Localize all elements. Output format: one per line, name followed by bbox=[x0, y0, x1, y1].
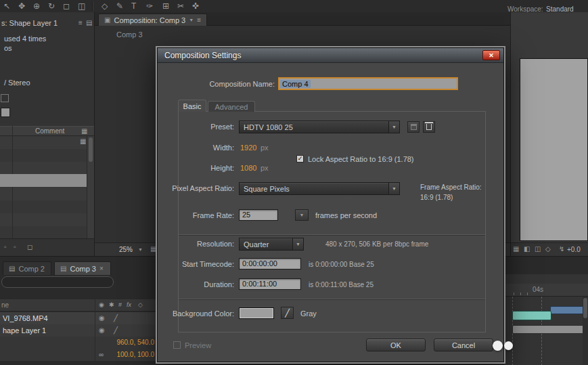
tab-menu-icon[interactable]: ≡ bbox=[197, 17, 201, 24]
hand-tool-icon[interactable]: ✥ bbox=[18, 2, 25, 10]
save-preset-button[interactable] bbox=[407, 121, 420, 133]
width-label: Width: bbox=[168, 144, 234, 152]
diamond-icon[interactable]: ◇ bbox=[545, 246, 551, 253]
close-button[interactable]: ✕ bbox=[482, 50, 500, 60]
layer-name[interactable]: VI_9768.MP4 bbox=[3, 314, 48, 322]
tab-dropdown-icon[interactable]: ▼ bbox=[189, 18, 194, 22]
frame-aspect-label: Frame Aspect Ratio: bbox=[420, 184, 482, 191]
layer-name-column-partial[interactable]: ne bbox=[1, 301, 9, 309]
menu-icon[interactable]: ≡ bbox=[78, 20, 83, 26]
start-timecode-info: is 0:00:00:00 Base 25 bbox=[309, 261, 374, 268]
frame-rate-dropdown-button[interactable]: ▼ bbox=[295, 209, 309, 221]
project-panel-footer: ▫ ▫ ◻ bbox=[0, 238, 94, 256]
duration-input[interactable]: 0:00:11:00 bbox=[239, 278, 301, 290]
time-ruler[interactable]: 04s bbox=[504, 284, 588, 297]
selected-item-label[interactable]: s: Shape Layer 1 bbox=[1, 19, 58, 27]
type-tool-icon[interactable]: T bbox=[131, 2, 136, 10]
chevron-down-icon: ▼ bbox=[292, 238, 303, 250]
pen-tool-icon[interactable]: ✎ bbox=[116, 2, 123, 10]
preset-label: Preset: bbox=[168, 123, 234, 131]
ok-button[interactable]: OK bbox=[366, 339, 426, 351]
dialog-titlebar[interactable]: Composition Settings ✕ bbox=[158, 48, 503, 63]
brush-tool-icon[interactable]: ✑ bbox=[146, 2, 153, 10]
lock-aspect-checkbox[interactable]: ✓ bbox=[296, 155, 304, 163]
shape-tool-icon[interactable]: ◇ bbox=[101, 2, 108, 10]
delete-preset-button[interactable] bbox=[423, 121, 435, 133]
tab-advanced[interactable]: Advanced bbox=[208, 101, 255, 112]
start-timecode-input[interactable]: 0:00:00:00 bbox=[239, 258, 301, 270]
position-value[interactable]: 960.0, 540.0 bbox=[108, 339, 154, 346]
scrollbar-thumb[interactable] bbox=[89, 137, 93, 162]
selected-list-row[interactable] bbox=[0, 174, 87, 187]
tab-comp-2[interactable]: ▤ Comp 2 bbox=[3, 261, 51, 275]
resolution-dropdown[interactable]: Quarter ▼ bbox=[239, 238, 304, 251]
footer-icon[interactable]: ▫ bbox=[4, 244, 7, 251]
solo-column-icon: ✱ bbox=[109, 302, 114, 308]
usage-label: used 4 times bbox=[4, 35, 46, 43]
camera-tool-icon[interactable]: ◻ bbox=[63, 2, 70, 10]
breadcrumb[interactable]: Comp 3 bbox=[116, 30, 143, 39]
puppet-tool-icon[interactable]: ✜ bbox=[192, 2, 199, 10]
zoom-dropdown-icon[interactable]: ▼ bbox=[138, 247, 143, 252]
eyedropper-button[interactable]: ╱ bbox=[281, 307, 294, 319]
tab-comp-3[interactable]: ▤ Comp 3 × bbox=[54, 261, 111, 275]
zoom-level[interactable]: 25% bbox=[119, 246, 133, 253]
tab-close-icon[interactable]: × bbox=[99, 265, 104, 272]
composition-name-input[interactable]: Comp 4 bbox=[278, 77, 458, 90]
eye-icon[interactable]: ◉ bbox=[99, 327, 105, 334]
lock-aspect-label[interactable]: Lock Aspect Ratio to 16:9 (1.78) bbox=[308, 155, 414, 163]
layer-name[interactable]: hape Layer 1 bbox=[3, 326, 46, 335]
half-square-icon[interactable]: ◧ bbox=[524, 246, 530, 253]
exposure-value[interactable]: +0.0 bbox=[567, 246, 581, 253]
chevron-down-icon: ▼ bbox=[388, 183, 399, 194]
tab-basic[interactable]: Basic bbox=[178, 100, 206, 112]
blend-icon[interactable]: ╱ bbox=[114, 327, 118, 334]
pixel-aspect-dropdown[interactable]: Square Pixels ▼ bbox=[239, 182, 400, 195]
composition-tab[interactable]: ▣ Composition: Comp 3 ▼ ≡ bbox=[98, 14, 207, 26]
footer-icon[interactable]: ◻ bbox=[27, 244, 32, 251]
layer-bar-teal[interactable] bbox=[512, 311, 551, 320]
layer-row[interactable]: hape Layer 1 ◉ ╱ bbox=[0, 324, 162, 337]
panel-menu-icon[interactable]: ▤ bbox=[86, 20, 92, 26]
preview-checkbox[interactable] bbox=[173, 341, 181, 349]
link-icon[interactable]: ∞ bbox=[99, 351, 104, 358]
timeline-column-header: ne ◉ ✱ # fx ◇ bbox=[0, 299, 157, 312]
width-value[interactable]: 1920 bbox=[240, 144, 256, 152]
blend-icon[interactable]: ╱ bbox=[114, 315, 118, 322]
footer-icon[interactable]: ▫ bbox=[14, 244, 16, 251]
timeline-search-field[interactable] bbox=[1, 276, 114, 288]
selection-tool-icon[interactable]: ↖ bbox=[3, 2, 10, 10]
cancel-button[interactable]: Cancel bbox=[434, 339, 493, 351]
background-color-label: Background Color: bbox=[168, 309, 234, 318]
ruler-tick bbox=[520, 293, 521, 295]
scale-value[interactable]: 100.0, 100.0 bbox=[108, 351, 154, 358]
zoom-tool-icon[interactable]: ⊕ bbox=[33, 2, 40, 10]
project-scrollbar[interactable] bbox=[87, 136, 94, 238]
dot-decoration bbox=[493, 341, 503, 351]
duration-value: 0:00:11:00 bbox=[242, 280, 277, 288]
scrollbar-thumb[interactable] bbox=[583, 298, 587, 318]
grid-options-icon[interactable]: ▦ bbox=[150, 246, 156, 253]
start-timecode-value: 0:00:00:00 bbox=[242, 259, 277, 267]
layer-row[interactable]: VI_9768.MP4 ◉ ╱ bbox=[0, 312, 162, 324]
project-item-list[interactable] bbox=[0, 136, 87, 238]
clone-tool-icon[interactable]: ⊞ bbox=[162, 2, 169, 10]
background-color-swatch[interactable] bbox=[239, 307, 274, 319]
comment-column-header[interactable]: Comment bbox=[35, 127, 64, 135]
height-value[interactable]: 1080 bbox=[240, 164, 256, 172]
grid-icon[interactable]: ▦ bbox=[81, 128, 87, 135]
layer-bar-gray[interactable] bbox=[512, 325, 588, 334]
eye-icon[interactable]: ◉ bbox=[99, 315, 105, 322]
thumbnail-swatch bbox=[1, 108, 10, 117]
timeline-column-divider[interactable] bbox=[95, 299, 95, 365]
track-scrollbar[interactable] bbox=[583, 297, 588, 365]
grid-icon[interactable]: ▦ bbox=[513, 246, 519, 253]
frame-rate-input[interactable]: 25 bbox=[239, 209, 278, 221]
right-panel-footer: ▦ ◧ ◫ ◇ ↯ +0.0 bbox=[511, 242, 588, 256]
pan-behind-tool-icon[interactable]: ◫ bbox=[78, 2, 85, 10]
exposure-icon[interactable]: ↯ bbox=[559, 246, 564, 253]
axis-icon[interactable]: ◫ bbox=[535, 246, 541, 253]
preset-dropdown[interactable]: HDTV 1080 25 ▼ bbox=[239, 121, 400, 133]
orbit-tool-icon[interactable]: ↻ bbox=[48, 2, 55, 10]
cut-tool-icon[interactable]: ✂ bbox=[177, 2, 184, 10]
